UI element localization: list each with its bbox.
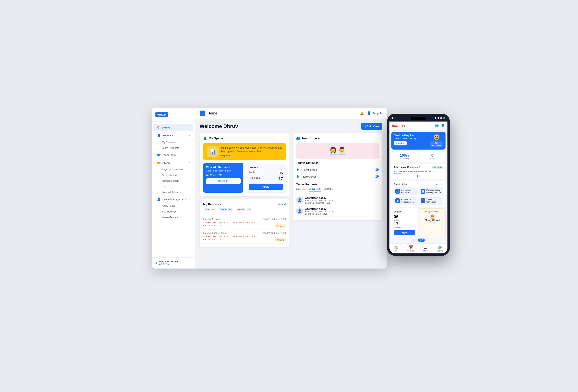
- banner-illustration: 📊: [207, 146, 219, 157]
- req-detail: Checkin Date : 6, oct 2024 Check-In time…: [203, 221, 286, 224]
- birthday-title: Happy Birthday to: [421, 210, 443, 213]
- tab-team-checkin[interactable]: Checki...: [324, 188, 333, 192]
- my-requests-title: My Requests: [203, 202, 222, 206]
- user-info[interactable]: 👤 Sangrila: [367, 111, 382, 115]
- team-icon: 👥: [296, 136, 300, 140]
- chevron-down-icon: ▾: [189, 135, 190, 137]
- employees-icon: 👤: [296, 168, 299, 171]
- remaining-label: Remaining: [249, 177, 260, 181]
- quick-link-travel[interactable]: 🚗 Travel Companion: [419, 196, 443, 205]
- phone-nav-settings[interactable]: ⚙️ Settings: [436, 245, 443, 252]
- tab-late[interactable]: Late 12: [203, 208, 215, 212]
- us-button[interactable]: US: [418, 239, 425, 242]
- sidebar-item-payslips[interactable]: Payslips Download: [160, 167, 195, 172]
- apply-leave-button[interactable]: Apply: [249, 184, 283, 190]
- chevron-down-icon: ▾: [189, 162, 190, 164]
- team-space-title: Team Space: [302, 137, 320, 140]
- tab-leave[interactable]: Leave 12: [218, 208, 232, 212]
- view-details-link[interactable]: View Details: [394, 172, 443, 175]
- my-requests-header: My Requests View all: [203, 202, 286, 206]
- back-button[interactable]: ‹: [200, 110, 205, 116]
- battery-icon: 🔋: [443, 117, 445, 119]
- attendance-reg-icon: 📋: [395, 198, 400, 203]
- cake-icon: 🎂: [421, 213, 443, 219]
- sidebar-item-home[interactable]: 🏠 Home: [153, 124, 193, 131]
- sidebar-item-payroll[interactable]: 💳 Payroll ▾: [153, 159, 193, 166]
- phone-checkin-card: Check-In Required Check-In to start your…: [391, 132, 445, 149]
- sidebar-item-loans[interactable]: Loans & Advances: [160, 190, 195, 195]
- sidebar-item-leave-management[interactable]: 👤 Leave Management ▾: [153, 196, 193, 203]
- user-profile-icon[interactable]: 👤: [441, 124, 445, 127]
- signal-icons: ▐▐▐ 📶 🔋: [434, 117, 445, 119]
- sidebar-item-my-requests[interactable]: My Requests: [160, 140, 195, 145]
- sidebar-item-team-stats[interactable]: 👥 Team Stats: [153, 151, 193, 158]
- leave-requests-section: Total Leave Requests 8 Approved You have…: [391, 164, 445, 179]
- all-employees-label: 👤 All Employees: [296, 168, 317, 171]
- req-title: Late by 35 mins: [203, 218, 220, 220]
- settings-nav-label: Settings: [436, 250, 443, 252]
- status-bar: 9:41 ▐▐▐ 📶 🔋: [389, 117, 447, 119]
- phone-nav-menu[interactable]: ☰ Menu: [423, 245, 428, 252]
- page-title: Home: [208, 111, 217, 115]
- globe-icon[interactable]: 🌐: [435, 124, 439, 127]
- checkin-row: Check-In Required Check-In to start your…: [203, 163, 286, 193]
- attendance-label: Attendance: [432, 144, 442, 147]
- sidebar-item-requests[interactable]: 👤 Requests ▾: [153, 132, 193, 139]
- phone-remaining-label: Remaining: [394, 227, 415, 229]
- payroll-submenu: Payslips Download Yearly Report Reimburs…: [152, 167, 195, 195]
- tab-team-late[interactable]: Late 12: [296, 188, 306, 192]
- split-view-button[interactable]: || Split View: [361, 123, 382, 130]
- me-us-toggle[interactable]: me US: [412, 239, 425, 242]
- sidebar-item-see-holidays[interactable]: See Holidays: [160, 209, 195, 214]
- quick-link-expense[interactable]: 💰 Expense & Advances: [394, 187, 418, 196]
- phone-notch: 9:41 ▐▐▐ 📶 🔋: [389, 116, 447, 122]
- remaining-count: 17: [279, 177, 283, 181]
- req-item-header: Late by 3 hrs 40 mins Applied on 6 oct, …: [203, 232, 286, 234]
- view-all-link[interactable]: View all: [436, 183, 443, 185]
- calendar-icon: 📅: [206, 174, 209, 176]
- view-all-requests[interactable]: View all: [278, 203, 286, 206]
- me-button[interactable]: me: [412, 239, 418, 242]
- phone-nav-calendar[interactable]: 📅 Calendar: [407, 245, 415, 252]
- req-item-header: Late by 35 mins Applied on 6 oct, 2024: [203, 218, 286, 220]
- phone-checkin-button[interactable]: Checkin: [394, 141, 407, 146]
- teams-req-title: Teams Requests: [296, 183, 318, 186]
- sidebar-item-team-requests[interactable]: Team Requests: [160, 145, 195, 151]
- offsites-card: 0 Off-sites: [419, 151, 445, 162]
- phone-checkin-title: Check-In Required: [394, 134, 428, 137]
- list-item: 👤 Aashutosh Yadav From : 6 Oct, 2024 To …: [296, 195, 379, 206]
- home-nav-label: Home: [394, 250, 398, 252]
- bell-icon[interactable]: 🔔: [360, 111, 364, 115]
- sidebar-item-apply-leave[interactable]: Apply Leave: [160, 203, 195, 209]
- dot-inactive: [419, 175, 420, 177]
- welcome-row: Welcome Dhruv || Split View: [200, 123, 383, 130]
- checkin-required-text: Check-In Required: [206, 166, 241, 169]
- table-row: Late by 3 hrs 40 mins Applied on 6 oct, …: [203, 230, 286, 244]
- phone-apply-button[interactable]: Apply: [394, 230, 415, 235]
- user-name: Sangrila: [372, 112, 382, 115]
- availed-count: 06: [279, 171, 283, 175]
- sidebar-item-yearly-report[interactable]: Yearly Report: [160, 172, 195, 178]
- quick-links-title: Quick Links: [394, 183, 407, 186]
- explore-link[interactable]: Explore →: [221, 154, 283, 157]
- checkin-button[interactable]: Check-in: [206, 178, 241, 184]
- phone-nav-home[interactable]: 🏠 Home: [394, 245, 398, 252]
- top-bar-right: 🔔 👤 Sangrila: [360, 111, 382, 115]
- tab-checkin[interactable]: Checkin 12: [235, 208, 251, 212]
- phone-wrapper: 9:41 ▐▐▐ 📶 🔋 Impulse 🌐: [387, 114, 450, 256]
- sidebar-item-tax[interactable]: Tax: [160, 184, 195, 189]
- all-employees-count: 19: [375, 168, 379, 172]
- leave-count: 8: [419, 166, 420, 169]
- phone-checkin-subtitle: Check-In to start your day: [394, 137, 428, 140]
- calendar-nav-label: Calendar: [407, 250, 415, 252]
- wifi-icon: 📶: [440, 117, 442, 119]
- attendance-stat: 30% Attendance: [430, 141, 443, 147]
- my-space-title: My Space: [209, 137, 223, 140]
- tab-team-leave[interactable]: Leave 12: [309, 188, 321, 192]
- sidebar-item-reimbursement[interactable]: Reimbursement: [160, 178, 195, 184]
- quick-link-attendance[interactable]: 📋 Attendance Regularisation: [394, 196, 418, 205]
- approved-badge: Approved: [432, 166, 443, 169]
- leaves-remaining-row: Remaining 17: [249, 177, 283, 181]
- quick-link-payslips[interactable]: 📄 Payslips, salary breakups &more: [419, 187, 443, 196]
- sidebar-item-leave-reports[interactable]: Leave Reports: [160, 215, 195, 220]
